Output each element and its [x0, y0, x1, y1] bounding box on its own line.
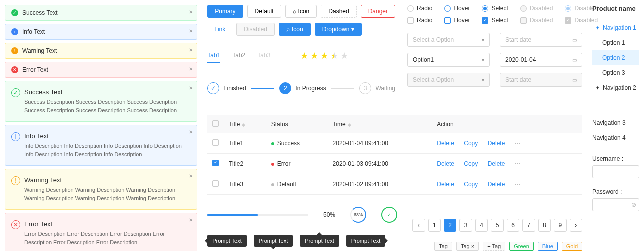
info-icon: i	[11, 132, 20, 142]
close-icon[interactable]: ✕	[189, 10, 193, 15]
close-icon[interactable]: ✕	[189, 130, 193, 135]
radio-selected[interactable]: Select	[482, 5, 508, 12]
tag-blue[interactable]: Blue	[538, 242, 558, 251]
calendar-icon: ▭	[572, 78, 577, 83]
checkbox-default[interactable]: Radio	[407, 17, 432, 24]
copy-link[interactable]: Copy	[464, 181, 478, 188]
check-icon: ✓	[11, 88, 20, 98]
date-value[interactable]: 2020-01-04▭	[500, 53, 582, 67]
settings-icon: ✦	[595, 25, 600, 32]
close-icon[interactable]: ✕	[189, 86, 193, 91]
disabled-button: Disabled	[236, 23, 275, 36]
cell-actions: Delete Copy Delete ⋯	[432, 134, 582, 154]
row-checkbox[interactable]	[212, 180, 219, 187]
pagination: ‹ 123456789 ›	[412, 219, 582, 232]
page-1[interactable]: 1	[428, 219, 441, 232]
cell-title: Title2	[224, 154, 266, 174]
close-icon[interactable]: ✕	[189, 218, 193, 223]
nav-option-3[interactable]: Option 3	[592, 66, 639, 80]
delete-link[interactable]: Delete	[488, 181, 505, 188]
tab-1[interactable]: Tab1	[207, 49, 220, 63]
tooltip: Prompt Text	[300, 235, 339, 247]
dropdown-button[interactable]: Dropdown▾	[315, 23, 362, 36]
radio-default[interactable]: Radio	[407, 5, 432, 12]
delete-link[interactable]: Delete	[437, 140, 454, 147]
page-6[interactable]: 6	[507, 219, 519, 232]
chevron-down-icon: ▾	[482, 78, 484, 83]
default-button[interactable]: Default	[247, 5, 281, 18]
tab-2[interactable]: Tab2	[232, 49, 245, 63]
cell-actions: Delete Copy Delete ⋯	[432, 174, 582, 195]
nav-4[interactable]: Navigation 4	[592, 130, 639, 146]
cell-time: 2020-01-02 09:41:00	[328, 174, 432, 195]
close-icon[interactable]: ✕	[189, 48, 193, 53]
page-9[interactable]: 9	[554, 219, 566, 232]
sort-icon[interactable]: ◆	[242, 122, 245, 128]
table-row: Title1 Success 2020-01-04 09:41:00 Delet…	[207, 134, 582, 154]
close-icon[interactable]: ✕	[189, 174, 193, 179]
copy-link[interactable]: Copy	[464, 160, 478, 168]
close-icon[interactable]: ✕	[189, 28, 193, 34]
password-label: Password :	[592, 188, 639, 196]
radio-hover[interactable]: Hover	[444, 5, 470, 12]
page-2[interactable]: 2	[444, 219, 456, 232]
tag[interactable]: Tag	[434, 242, 452, 251]
nav-2[interactable]: ✦Navigation 2	[592, 80, 639, 96]
eye-off-icon[interactable]: ⊘	[631, 202, 636, 208]
tag-gold[interactable]: Gold	[562, 242, 582, 251]
sort-icon[interactable]: ◆	[348, 122, 351, 128]
tag-green[interactable]: Green	[509, 242, 534, 251]
tag-closable[interactable]: Tag ×	[456, 242, 479, 251]
icon-button[interactable]: ⌕Icon	[285, 5, 317, 18]
date-placeholder[interactable]: Start date▭	[500, 33, 582, 47]
tag-add[interactable]: + Tag	[483, 242, 505, 251]
select-value[interactable]: Option1▾	[407, 53, 490, 67]
page-3[interactable]: 3	[459, 219, 472, 232]
row-checkbox[interactable]	[212, 140, 219, 146]
more-icon[interactable]: ⋯	[515, 160, 522, 168]
check-icon: ✓	[207, 82, 219, 94]
page-5[interactable]: 5	[491, 219, 503, 232]
rating[interactable]: ★ ★ ★ ★ ★	[300, 50, 348, 62]
error-icon: ✕	[11, 220, 20, 230]
nav-option-1[interactable]: Option 1	[592, 36, 639, 50]
nav-3[interactable]: Navigation 3	[592, 116, 639, 130]
alert-error-large: ✕ Error Text Error Description Error Des…	[5, 213, 197, 251]
delete-link[interactable]: Delete	[488, 140, 505, 147]
copy-link[interactable]: Copy	[464, 140, 478, 147]
danger-button[interactable]: Danger	[361, 5, 395, 18]
close-icon[interactable]: ✕	[189, 66, 193, 72]
page-next[interactable]: ›	[570, 219, 582, 232]
checkbox-all[interactable]	[212, 120, 219, 127]
select-placeholder[interactable]: Select a Option▾	[407, 33, 490, 47]
radio-disabled: Disabled	[520, 5, 553, 12]
alert-title: Error Text	[24, 220, 191, 228]
cell-status: Error	[266, 154, 328, 174]
dashed-button[interactable]: Dashed	[321, 5, 356, 18]
page-7[interactable]: 7	[522, 219, 535, 232]
nav-1[interactable]: ✦Navigation 1	[592, 20, 639, 36]
alert-desc: Error Description Error Description Erro…	[24, 230, 191, 246]
username-input[interactable]	[592, 166, 639, 178]
link-button[interactable]: Link	[207, 23, 232, 36]
icon-button-primary[interactable]: ⌕Icon	[279, 23, 311, 36]
checkbox-hover[interactable]: Hover	[444, 17, 470, 24]
delete-link[interactable]: Delete	[437, 160, 454, 168]
nav-option-2[interactable]: Option 2	[592, 50, 639, 66]
delete-link[interactable]: Delete	[437, 181, 454, 188]
warning-icon: !	[11, 176, 20, 186]
cell-title: Title3	[224, 174, 266, 195]
primary-button[interactable]: Primary	[207, 5, 243, 18]
page-8[interactable]: 8	[538, 219, 551, 232]
star-half-icon: ★	[330, 50, 338, 62]
col-status: Status	[266, 116, 328, 134]
page-4[interactable]: 4	[475, 219, 488, 232]
row-checkbox[interactable]	[212, 160, 219, 166]
tag-row: Tag Tag × + Tag Green Blue Gold Red	[412, 242, 582, 251]
more-icon[interactable]: ⋯	[515, 140, 522, 147]
page-prev[interactable]: ‹	[412, 219, 425, 232]
checkbox-selected[interactable]: Select	[482, 17, 508, 24]
more-icon[interactable]: ⋯	[515, 181, 522, 188]
delete-link[interactable]: Delete	[488, 160, 505, 168]
checkbox-disabled: Disabled	[520, 17, 553, 24]
